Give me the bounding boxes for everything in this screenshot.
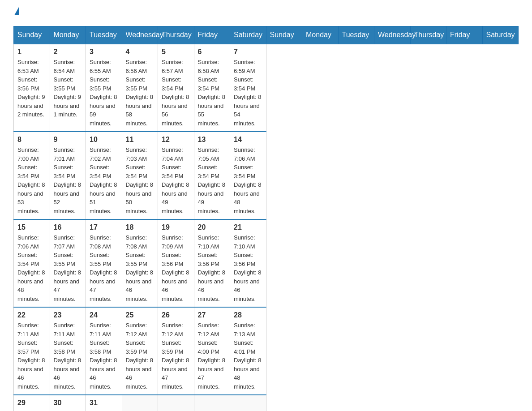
day-number: 7 [234, 48, 262, 56]
calendar-cell: 26 Sunrise: 7:12 AMSunset: 3:59 PMDaylig… [158, 307, 194, 395]
calendar-cell: 4 Sunrise: 6:56 AMSunset: 3:55 PMDayligh… [122, 44, 158, 132]
day-info: Sunrise: 7:09 AMSunset: 3:56 PMDaylight:… [162, 233, 190, 303]
header-day-tuesday: Tuesday [338, 26, 374, 44]
day-info: Sunrise: 7:12 AMSunset: 3:59 PMDaylight:… [126, 321, 154, 391]
calendar-cell: 16 Sunrise: 7:07 AMSunset: 3:55 PMDaylig… [50, 219, 86, 307]
header-saturday: Saturday [230, 26, 266, 44]
day-info: Sunrise: 7:08 AMSunset: 3:55 PMDaylight:… [126, 233, 154, 303]
calendar-week-row: 15 Sunrise: 7:06 AMSunset: 3:54 PMDaylig… [14, 219, 519, 307]
day-info: Sunrise: 7:12 AMSunset: 3:59 PMDaylight:… [162, 321, 190, 391]
day-info: Sunrise: 7:11 AMSunset: 3:58 PMDaylight:… [90, 321, 118, 391]
header-sunday: Sunday [14, 26, 50, 44]
day-number: 29 [17, 399, 46, 407]
day-info: Sunrise: 6:56 AMSunset: 3:55 PMDaylight:… [126, 58, 154, 128]
header-thursday: Thursday [158, 26, 194, 44]
day-info: Sunrise: 7:11 AMSunset: 3:57 PMDaylight:… [17, 321, 46, 391]
day-info: Sunrise: 6:59 AMSunset: 3:54 PMDaylight:… [234, 58, 262, 128]
day-number: 30 [54, 399, 82, 407]
day-number: 10 [90, 136, 118, 144]
calendar-cell: 22 Sunrise: 7:11 AMSunset: 3:57 PMDaylig… [14, 307, 50, 395]
day-info: Sunrise: 7:10 AMSunset: 3:56 PMDaylight:… [198, 233, 227, 303]
calendar-cell: 11 Sunrise: 7:03 AMSunset: 3:54 PMDaylig… [122, 132, 158, 219]
calendar-header-row: SundayMondayTuesdayWednesdayThursdayFrid… [14, 26, 519, 44]
header-tuesday: Tuesday [86, 26, 122, 44]
header-day-friday: Friday [446, 26, 483, 44]
day-number: 6 [198, 48, 227, 56]
header-friday: Friday [194, 26, 230, 44]
day-number: 3 [90, 48, 118, 56]
calendar-cell: 2 Sunrise: 6:54 AMSunset: 3:55 PMDayligh… [50, 44, 86, 132]
header-wednesday: Wednesday [122, 26, 158, 44]
day-info: Sunrise: 7:12 AMSunset: 4:00 PMDaylight:… [198, 321, 227, 391]
day-number: 17 [90, 223, 118, 231]
day-number: 22 [17, 311, 46, 319]
calendar-cell: 10 Sunrise: 7:02 AMSunset: 3:54 PMDaylig… [86, 132, 122, 219]
day-info: Sunrise: 6:53 AMSunset: 3:56 PMDaylight:… [17, 58, 46, 119]
calendar-week-row: 1 Sunrise: 6:53 AMSunset: 3:56 PMDayligh… [14, 44, 519, 132]
calendar-cell: 19 Sunrise: 7:09 AMSunset: 3:56 PMDaylig… [158, 219, 194, 307]
day-number: 5 [162, 48, 190, 56]
day-number: 4 [126, 48, 154, 56]
calendar-cell: 9 Sunrise: 7:01 AMSunset: 3:54 PMDayligh… [50, 132, 86, 219]
calendar-cell: 7 Sunrise: 6:59 AMSunset: 3:54 PMDayligh… [230, 44, 266, 132]
day-number: 1 [17, 48, 46, 56]
day-info: Sunrise: 7:04 AMSunset: 3:54 PMDaylight:… [162, 146, 190, 215]
calendar-cell: 17 Sunrise: 7:08 AMSunset: 3:55 PMDaylig… [86, 219, 122, 307]
header-day-monday: Monday [302, 26, 339, 44]
calendar-cell: 3 Sunrise: 6:55 AMSunset: 3:55 PMDayligh… [86, 44, 122, 132]
page-header [13, 9, 519, 17]
day-info: Sunrise: 6:55 AMSunset: 3:55 PMDaylight:… [90, 58, 118, 128]
day-number: 18 [126, 223, 154, 231]
day-info: Sunrise: 7:03 AMSunset: 3:54 PMDaylight:… [126, 146, 154, 215]
day-info: Sunrise: 7:10 AMSunset: 3:56 PMDaylight:… [234, 233, 262, 303]
day-number: 15 [17, 223, 46, 231]
day-info: Sunrise: 7:13 AMSunset: 4:01 PMDaylight:… [234, 321, 262, 391]
calendar-cell [194, 395, 230, 411]
day-info: Sunrise: 6:54 AMSunset: 3:55 PMDaylight:… [54, 58, 82, 119]
calendar-cell [158, 395, 194, 411]
day-info: Sunrise: 7:05 AMSunset: 3:54 PMDaylight:… [198, 146, 227, 215]
day-number: 27 [198, 311, 227, 319]
day-info: Sunrise: 7:02 AMSunset: 3:54 PMDaylight:… [90, 146, 118, 215]
calendar-cell: 6 Sunrise: 6:58 AMSunset: 3:54 PMDayligh… [194, 44, 230, 132]
day-info: Sunrise: 7:11 AMSunset: 3:58 PMDaylight:… [54, 321, 82, 391]
day-number: 19 [162, 223, 190, 231]
day-number: 2 [54, 48, 82, 56]
day-info: Sunrise: 7:00 AMSunset: 3:54 PMDaylight:… [17, 146, 46, 215]
header-day-wednesday: Wednesday [374, 26, 411, 44]
day-number: 11 [126, 136, 154, 144]
calendar-cell [122, 395, 158, 411]
day-info: Sunrise: 6:57 AMSunset: 3:54 PMDaylight:… [162, 58, 190, 128]
day-number: 31 [90, 399, 118, 407]
calendar-cell: 29 Sunrise: 7:13 AMSunset: 4:02 PMDaylig… [14, 395, 50, 411]
header-day-saturday: Saturday [482, 26, 519, 44]
day-info: Sunrise: 7:06 AMSunset: 3:54 PMDaylight:… [17, 233, 46, 303]
header-monday: Monday [50, 26, 86, 44]
calendar-cell: 18 Sunrise: 7:08 AMSunset: 3:55 PMDaylig… [122, 219, 158, 307]
day-info: Sunrise: 7:01 AMSunset: 3:54 PMDaylight:… [54, 146, 82, 215]
calendar-cell: 14 Sunrise: 7:06 AMSunset: 3:54 PMDaylig… [230, 132, 266, 219]
calendar-cell: 28 Sunrise: 7:13 AMSunset: 4:01 PMDaylig… [230, 307, 266, 395]
day-number: 20 [198, 223, 227, 231]
calendar-cell: 31 Sunrise: 7:13 AMSunset: 4:03 PMDaylig… [86, 395, 122, 411]
day-info: Sunrise: 7:13 AMSunset: 4:02 PMDaylight:… [54, 409, 82, 411]
day-info: Sunrise: 7:06 AMSunset: 3:54 PMDaylight:… [234, 146, 262, 215]
calendar-week-row: 22 Sunrise: 7:11 AMSunset: 3:57 PMDaylig… [14, 307, 519, 395]
calendar-cell: 8 Sunrise: 7:00 AMSunset: 3:54 PMDayligh… [14, 132, 50, 219]
header-day-thursday: Thursday [410, 26, 446, 44]
calendar-cell: 27 Sunrise: 7:12 AMSunset: 4:00 PMDaylig… [194, 307, 230, 395]
day-number: 28 [234, 311, 262, 319]
calendar-cell: 15 Sunrise: 7:06 AMSunset: 3:54 PMDaylig… [14, 219, 50, 307]
day-number: 13 [198, 136, 227, 144]
day-number: 16 [54, 223, 82, 231]
calendar-cell: 12 Sunrise: 7:04 AMSunset: 3:54 PMDaylig… [158, 132, 194, 219]
day-number: 12 [162, 136, 190, 144]
day-number: 14 [234, 136, 262, 144]
day-info: Sunrise: 7:13 AMSunset: 4:03 PMDaylight:… [90, 409, 118, 411]
calendar-cell: 13 Sunrise: 7:05 AMSunset: 3:54 PMDaylig… [194, 132, 230, 219]
day-number: 8 [17, 136, 46, 144]
day-info: Sunrise: 6:58 AMSunset: 3:54 PMDaylight:… [198, 58, 227, 128]
calendar-cell: 23 Sunrise: 7:11 AMSunset: 3:58 PMDaylig… [50, 307, 86, 395]
logo-triangle-icon [14, 7, 19, 15]
calendar-cell: 1 Sunrise: 6:53 AMSunset: 3:56 PMDayligh… [14, 44, 50, 132]
